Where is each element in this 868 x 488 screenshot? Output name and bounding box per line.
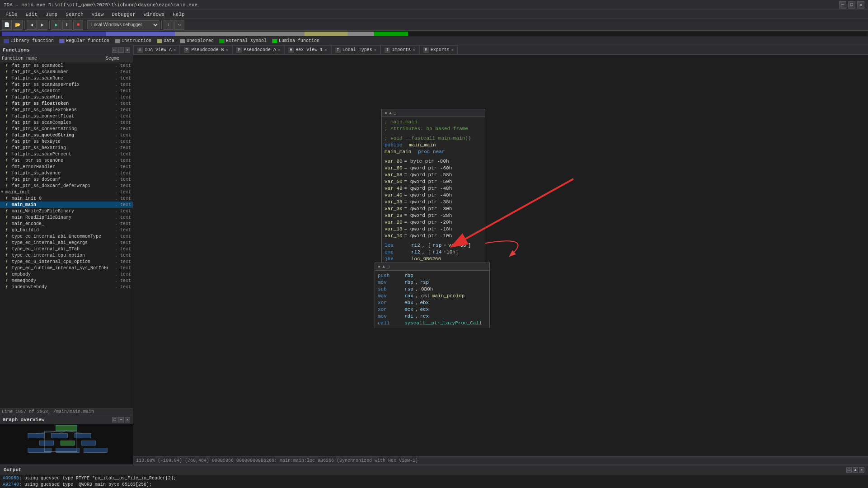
func-pin-btn[interactable]: □ <box>112 47 117 53</box>
func-row[interactable]: ƒfat_ptr_ss_floatToken. text <box>0 100 133 107</box>
tab-close-btn[interactable]: ✕ <box>413 47 415 52</box>
func-row[interactable]: ƒfat_ptr_ss_scanComplex. text <box>0 119 133 126</box>
func-list[interactable]: ƒfat_ptr_ss_scanBool. textƒfat_ptr_ss_sc… <box>0 62 133 408</box>
toolbar-sep3 <box>85 21 85 29</box>
minimize-button[interactable]: ─ <box>839 1 846 9</box>
menu-item-search[interactable]: Search <box>62 10 87 19</box>
tab-close-btn[interactable]: ✕ <box>374 47 376 52</box>
func-row[interactable]: ƒfat_ptr_ss_scanPercent. text <box>0 151 133 157</box>
tab-icon: T <box>335 47 341 53</box>
legend-item-unexplored: Unexplored <box>180 38 214 43</box>
menu-item-file[interactable]: File <box>2 10 21 19</box>
func-row[interactable]: ƒtype_eq_internal_abi_ITab. text <box>0 246 133 252</box>
func-row[interactable]: ƒindexbvtebody. text <box>0 284 133 290</box>
func-row[interactable]: ƒfat_ptr_ss_hexString. text <box>0 145 133 151</box>
menu-item-jump[interactable]: Jump <box>42 10 61 19</box>
func-min-btn[interactable]: ─ <box>118 47 124 53</box>
menu-item-windows[interactable]: Windows <box>140 10 168 19</box>
graph-header-controls[interactable]: □ ─ ✕ <box>112 417 130 422</box>
func-row[interactable]: ƒtype_eq_internal_cpu_option. text <box>0 252 133 258</box>
func-row[interactable]: ƒcmpbody. text <box>0 271 133 277</box>
toolbar-sep4 <box>161 21 162 29</box>
toolbar-stepover[interactable]: ↪ <box>174 20 184 30</box>
toolbar-pause[interactable]: ⏸ <box>62 20 72 30</box>
tab-imports[interactable]: IImports✕ <box>380 45 419 54</box>
debugger-select[interactable]: Local Windows debugger <box>87 20 160 29</box>
toolbar-stop[interactable]: ■ <box>73 20 83 30</box>
output-close-btn[interactable]: ✕ <box>859 467 864 473</box>
func-row[interactable]: ƒfat_ptr_ss_scanRune. text <box>0 75 133 81</box>
func-row[interactable]: ▼main_init. text <box>0 189 133 195</box>
function-icon: ƒ <box>5 152 12 156</box>
func-row[interactable]: ƒfat_ptr_ss_scanBool. text <box>0 62 133 69</box>
func-row[interactable]: ƒfat_ptr_ss_doScanf_deferwrap1. text <box>0 183 133 189</box>
expand-icon: ▼ <box>1 190 5 194</box>
func-row[interactable]: ƒfat_ptr_ss_scanBasePrefix. text <box>0 81 133 88</box>
graph-view[interactable]: ● ▲ ❑ ; main.main ; Attributes: bp-based… <box>135 57 858 328</box>
function-icon: ƒ <box>5 215 12 220</box>
func-close-btn[interactable]: ✕ <box>125 47 130 53</box>
func-row[interactable]: ƒfat_ptr_ss_advance. text <box>0 170 133 176</box>
tab-pseudocode-a[interactable]: PPseudocode-A✕ <box>232 45 284 54</box>
func-row[interactable]: ƒtype_eq_runtime_internal_sys_NotInHeap.… <box>0 265 133 271</box>
func-seg: . text <box>108 196 133 201</box>
function-icon: ƒ <box>5 158 12 163</box>
tab-ida-view-a[interactable]: AIDA View-A✕ <box>133 45 180 54</box>
tab-close-btn[interactable]: ✕ <box>278 47 280 52</box>
output-max-btn[interactable]: ▲ <box>853 467 858 473</box>
tab-pseudocode-b[interactable]: PPseudocode-B✕ <box>180 45 232 54</box>
output-float-btn[interactable]: □ <box>846 467 852 473</box>
func-row[interactable]: ƒtype_eq_internal_abi_RegArgs. text <box>0 239 133 246</box>
toolbar-step[interactable]: ↓ <box>164 20 174 30</box>
graph-canvas[interactable] <box>0 424 133 465</box>
func-row[interactable]: ƒmain_WriteZipFileBinary. text <box>0 208 133 214</box>
tab-close-btn[interactable]: ✕ <box>174 47 176 52</box>
tab-exports[interactable]: EExports✕ <box>419 45 458 54</box>
flow-arrows <box>135 57 858 328</box>
functions-panel: Functions □ ─ ✕ Function name Segme ƒfat… <box>0 45 133 465</box>
func-row[interactable]: ƒfat_ptr_ss_quotedString. text <box>0 132 133 138</box>
tab-hex-view-1[interactable]: HHex View-1✕ <box>284 45 331 54</box>
func-row[interactable]: ƒmain_main. text <box>0 202 133 208</box>
close-button[interactable]: ✕ <box>857 1 864 9</box>
func-row[interactable]: ƒtype_eq_6_internal_cpu_option. text <box>0 258 133 265</box>
menu-item-edit[interactable]: Edit <box>22 10 41 19</box>
toolbar-open[interactable]: 📂 <box>13 20 23 30</box>
func-row[interactable]: ƒmain_encode_. text <box>0 221 133 227</box>
menu-item-debugger[interactable]: Debugger <box>108 10 139 19</box>
toolbar-forward[interactable]: ▶ <box>38 20 47 30</box>
menu-item-help[interactable]: Help <box>169 10 188 19</box>
functions-header-controls[interactable]: □ ─ ✕ <box>112 47 130 53</box>
func-row[interactable]: ƒfat_ptr_ss_convertFloat. text <box>0 113 133 119</box>
func-row[interactable]: ƒfat_ptr_ss_convertString. text <box>0 126 133 132</box>
func-row[interactable]: ƒfat_ptr_ss_hexByte. text <box>0 138 133 145</box>
graph-min-btn[interactable]: ─ <box>118 417 124 422</box>
func-seg: . text <box>108 76 133 81</box>
func-row[interactable]: ƒfat_ptr_ss_scanInt. text <box>0 88 133 94</box>
func-row[interactable]: ƒmain_init_0. text <box>0 195 133 202</box>
titlebar-controls[interactable]: ─ □ ✕ <box>839 1 864 9</box>
func-row[interactable]: ƒfat_ptr_ss_complexTokens. text <box>0 107 133 113</box>
func-row[interactable]: ƒgo_buildid. text <box>0 227 133 233</box>
output-header-controls[interactable]: □ ▲ ✕ <box>846 467 864 473</box>
tab-local-types[interactable]: TLocal Types✕ <box>331 45 380 54</box>
func-row[interactable]: ƒtype_eq_internal_abi_UncommonType. text <box>0 233 133 239</box>
func-row[interactable]: ƒfat_ptr_ss_doScanf. text <box>0 176 133 183</box>
func-row[interactable]: ƒmemeqbody. text <box>0 277 133 284</box>
menu-item-view[interactable]: View <box>88 10 107 19</box>
func-row[interactable]: ƒmain_ReadZipFileBinary. text <box>0 214 133 221</box>
maximize-button[interactable]: □ <box>848 1 855 9</box>
code-area[interactable]: ● ▲ ❑ ; main.main ; Attributes: bp-based… <box>133 55 868 456</box>
graph-close-btn[interactable]: ✕ <box>125 417 130 422</box>
func-row[interactable]: ƒfat_ptr_ss_scanNumber. text <box>0 69 133 75</box>
tab-close-btn[interactable]: ✕ <box>324 47 327 52</box>
tab-close-btn[interactable]: ✕ <box>451 47 454 52</box>
tab-close-btn[interactable]: ✕ <box>225 47 228 52</box>
toolbar-run[interactable]: ▶ <box>52 20 61 30</box>
toolbar-new[interactable]: 📄 <box>2 20 12 30</box>
func-row[interactable]: ƒfmt_errorHandler. text <box>0 164 133 170</box>
graph-pin-btn[interactable]: □ <box>112 417 117 422</box>
toolbar-back[interactable]: ◀ <box>27 20 37 30</box>
func-row[interactable]: ƒfat__ptr_ss_scanOne. text <box>0 157 133 164</box>
func-row[interactable]: ƒfat_ptr_ss_scanMint. text <box>0 94 133 100</box>
